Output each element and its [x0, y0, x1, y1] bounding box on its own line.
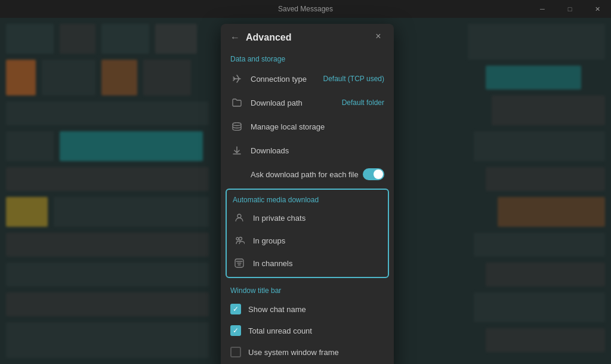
modal-title: Advanced: [246, 32, 291, 43]
section-header-window-titlebar: Window title bar: [221, 280, 394, 298]
svg-point-1: [237, 214, 241, 218]
advanced-settings-modal: ← Advanced × Data and storage Connection…: [221, 24, 394, 364]
ask-download-toggle[interactable]: [363, 168, 384, 180]
channel-icon: [233, 257, 246, 270]
manage-storage-label: Manage local storage: [251, 122, 384, 131]
svg-point-2: [239, 237, 242, 240]
titlebar-controls: ─ □ ✕: [529, 0, 611, 18]
in-groups-label: In groups: [253, 236, 382, 245]
show-chat-name-row[interactable]: ✓ Show chat name: [221, 298, 394, 320]
in-private-chats-label: In private chats: [253, 214, 382, 223]
ask-download-spacer: [230, 168, 243, 181]
auto-media-section: Automatic media download In private chat…: [226, 189, 389, 278]
ask-download-row[interactable]: Ask download path for each file: [221, 162, 394, 186]
download-path-value: Default folder: [342, 98, 384, 107]
download-path-row[interactable]: Download path Default folder: [221, 91, 394, 115]
connection-type-label: Connection type: [251, 75, 323, 84]
in-channels-label: In channels: [253, 259, 382, 268]
ask-download-label: Ask download path for each file: [251, 170, 363, 179]
in-channels-row[interactable]: In channels: [227, 252, 388, 274]
connection-icon: [230, 72, 243, 85]
connection-type-value: Default (TCP used): [323, 75, 385, 83]
use-system-frame-label: Use system window frame: [248, 348, 339, 357]
section-header-data-storage: Data and storage: [221, 49, 394, 67]
svg-point-3: [236, 237, 239, 240]
modal-body: Data and storage Connection type Default…: [221, 49, 394, 364]
group-icon: [233, 234, 246, 247]
modal-header: ← Advanced ×: [221, 24, 394, 49]
downloads-label: Downloads: [251, 146, 384, 155]
show-chat-name-checkbox[interactable]: ✓: [230, 304, 241, 314]
svg-point-0: [233, 123, 241, 126]
close-modal-button[interactable]: ×: [371, 29, 385, 44]
window-title: Saved Messages: [278, 5, 333, 13]
storage-icon: [230, 120, 243, 133]
total-unread-count-row[interactable]: ✓ Total unread count: [221, 320, 394, 341]
total-unread-count-checkbox[interactable]: ✓: [230, 325, 241, 336]
in-groups-row[interactable]: In groups: [227, 229, 388, 252]
person-icon: [233, 211, 246, 224]
in-private-chats-row[interactable]: In private chats: [227, 206, 388, 229]
folder-icon: [230, 96, 243, 109]
download-icon: [230, 144, 243, 157]
back-button[interactable]: ←: [230, 32, 240, 43]
total-unread-count-label: Total unread count: [248, 326, 312, 335]
download-path-label: Download path: [251, 98, 342, 107]
section-header-auto-media: Automatic media download: [227, 192, 388, 206]
show-chat-name-label: Show chat name: [248, 305, 306, 314]
use-system-frame-row[interactable]: Use system window frame: [221, 341, 394, 363]
use-system-frame-checkbox[interactable]: [230, 347, 241, 357]
downloads-row[interactable]: Downloads: [221, 138, 394, 162]
titlebar: Saved Messages ─ □ ✕: [0, 0, 611, 18]
minimize-button[interactable]: ─: [529, 0, 556, 18]
close-window-button[interactable]: ✕: [584, 0, 611, 18]
maximize-button[interactable]: □: [556, 0, 584, 18]
manage-storage-row[interactable]: Manage local storage: [221, 115, 394, 138]
connection-type-row[interactable]: Connection type Default (TCP used): [221, 67, 394, 91]
